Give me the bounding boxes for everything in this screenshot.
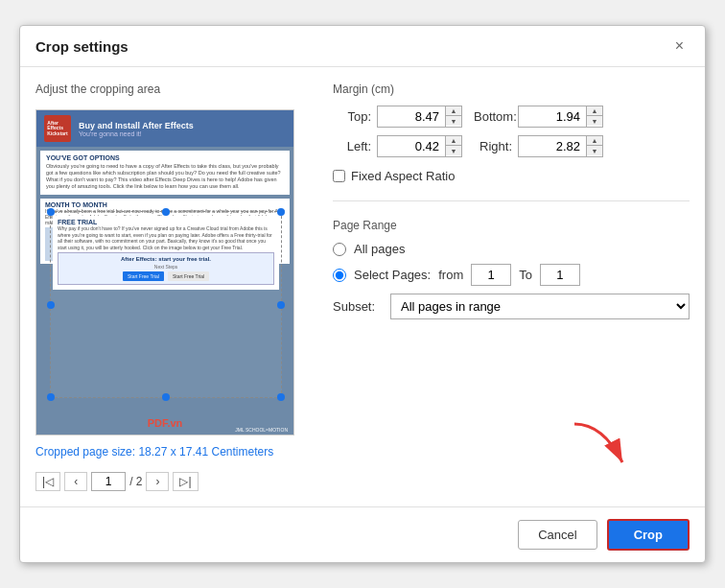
top-bottom-row: Top: ▲ ▼ Bottom:	[333, 106, 690, 128]
preview-subtitle: You're gonna need it!	[79, 130, 194, 137]
arrow-annotation	[555, 414, 642, 482]
free-trial-text: Why pay if you don't have to? If you've …	[58, 225, 274, 250]
top-label: Top:	[333, 109, 371, 124]
right-panel: Margin (cm) Top: ▲ ▼	[333, 82, 690, 491]
left-spinner: ▲ ▼	[377, 135, 462, 157]
crop-handle-br[interactable]	[277, 393, 285, 401]
crop-overlay[interactable]: FREE TRIAL Why pay if you don't have to?…	[50, 211, 282, 398]
close-button[interactable]: ×	[669, 35, 690, 57]
preview-options-text: Obviously you're going to need to have a…	[46, 163, 284, 191]
right-arrows: ▲ ▼	[586, 136, 602, 156]
to-text: To	[519, 268, 532, 282]
bottom-spinner: ▲ ▼	[518, 106, 603, 128]
page-range-title: Page Range	[333, 219, 690, 232]
top-spin-up[interactable]: ▲	[446, 106, 461, 116]
dialog-title: Crop settings	[35, 38, 129, 55]
adjust-cropping-label: Adjust the cropping area	[35, 82, 314, 96]
cropped-size: Cropped page size: 18.27 x 17.41 Centime…	[35, 445, 314, 459]
free-trial-app: After Effects: start your free trial.	[61, 256, 270, 262]
watermark: PDF.vn	[148, 417, 183, 429]
preview-logo: AfterEffectsKickstart	[44, 115, 71, 142]
month-title: MONTH TO MONTH	[45, 201, 285, 208]
right-spinner: ▲ ▼	[518, 135, 603, 157]
from-input[interactable]	[471, 264, 511, 286]
dialog-title-bar: Crop settings ×	[20, 26, 705, 67]
page-preview[interactable]: AfterEffectsKickstart Buy and Install Af…	[35, 109, 294, 435]
from-text: from	[438, 268, 463, 282]
top-spin-down[interactable]: ▼	[446, 116, 461, 126]
to-input[interactable]	[540, 264, 580, 286]
pagination: |◁ ‹ / 2 › ▷|	[35, 472, 314, 491]
fixed-aspect-ratio-label: Fixed Aspect Ratio	[351, 169, 455, 183]
bottom-spin-up[interactable]: ▲	[587, 106, 602, 116]
preview-options-header: YOU'VE GOT OPTIONS	[46, 154, 284, 161]
right-spin-down[interactable]: ▼	[587, 146, 602, 155]
all-pages-label: All pages	[354, 242, 405, 256]
fixed-aspect-ratio-row: Fixed Aspect Ratio	[333, 169, 690, 183]
top-input[interactable]	[378, 106, 445, 127]
preview-options-section: YOU'VE GOT OPTIONS Obviously you're goin…	[40, 151, 290, 195]
fixed-aspect-ratio-checkbox[interactable]	[333, 170, 345, 182]
dialog-body: Adjust the cropping area AfterEffectsKic…	[20, 67, 705, 506]
preview-title: Buy and Install After Effects	[79, 121, 194, 130]
crop-handle-bm[interactable]	[162, 393, 170, 401]
dialog-footer: Cancel Crop	[20, 506, 705, 562]
bottom-label: Bottom:	[474, 109, 512, 124]
left-label: Left:	[333, 139, 371, 153]
free-trial-buttons: Start Free Trial Start Free Trial	[61, 271, 270, 281]
select-pages-label: Select Pages:	[354, 268, 431, 282]
crop-handle-ml[interactable]	[47, 301, 55, 309]
top-field: Top: ▲ ▼	[333, 106, 462, 128]
bottom-arrows: ▲ ▼	[586, 106, 602, 127]
divider	[333, 200, 690, 201]
crop-handle-tm[interactable]	[162, 208, 170, 216]
bottom-field: Bottom: ▲ ▼	[474, 106, 603, 128]
crop-handle-tl[interactable]	[47, 208, 55, 216]
left-panel: Adjust the cropping area AfterEffectsKic…	[35, 82, 314, 491]
margins-title: Margin (cm)	[333, 82, 690, 96]
subset-row: Subset: All pages in range Even pages on…	[333, 294, 690, 319]
preview-header: AfterEffectsKickstart Buy and Install Af…	[36, 110, 293, 147]
right-panel-content: Margin (cm) Top: ▲ ▼	[333, 82, 690, 491]
left-spin-up[interactable]: ▲	[446, 136, 461, 146]
free-trial-btn2: Start Free Trial	[168, 271, 209, 281]
first-page-button[interactable]: |◁	[35, 472, 60, 491]
crop-button[interactable]: Crop	[607, 519, 690, 551]
bottom-input[interactable]	[519, 106, 586, 127]
school-logo: JML SCHOOL=MOTION	[235, 427, 288, 433]
left-arrows: ▲ ▼	[445, 136, 461, 156]
top-arrows: ▲ ▼	[445, 106, 461, 127]
right-input[interactable]	[519, 136, 586, 156]
cancel-button[interactable]: Cancel	[518, 520, 596, 550]
prev-page-button[interactable]: ‹	[64, 472, 87, 491]
crop-handle-mr[interactable]	[277, 301, 285, 309]
crop-settings-dialog: Crop settings × Adjust the cropping area…	[19, 25, 706, 563]
crop-handle-bl[interactable]	[47, 393, 55, 401]
select-pages-radio[interactable]	[333, 269, 346, 282]
crop-handle-tr[interactable]	[277, 208, 285, 216]
free-trial-btn1: Start Free Trial	[123, 271, 164, 281]
left-right-row: Left: ▲ ▼ Right:	[333, 135, 690, 157]
left-input[interactable]	[378, 136, 445, 156]
page-range-section: Page Range All pages Select Pages: from …	[333, 219, 690, 319]
margins-section: Margin (cm) Top: ▲ ▼	[333, 82, 690, 183]
right-spin-up[interactable]: ▲	[587, 136, 602, 146]
next-page-button[interactable]: ›	[146, 472, 169, 491]
subset-label: Subset:	[333, 299, 381, 314]
bottom-spin-down[interactable]: ▼	[587, 116, 602, 126]
left-field: Left: ▲ ▼	[333, 135, 462, 157]
top-spinner: ▲ ▼	[377, 106, 462, 128]
all-pages-radio[interactable]	[333, 243, 346, 256]
free-trial-section: FREE TRIAL Why pay if you don't have to?…	[53, 216, 279, 290]
right-label: Right:	[474, 139, 512, 153]
all-pages-row: All pages	[333, 242, 690, 256]
page-number-input[interactable]	[91, 472, 126, 491]
subset-select[interactable]: All pages in range Even pages only Odd p…	[390, 294, 690, 319]
last-page-button[interactable]: ▷|	[173, 472, 198, 491]
free-trial-box: After Effects: start your free trial. Ne…	[58, 252, 274, 285]
page-total: / 2	[129, 475, 142, 488]
arrow-container	[333, 333, 690, 491]
right-field: Right: ▲ ▼	[474, 135, 603, 157]
left-spin-down[interactable]: ▼	[446, 146, 461, 155]
free-trial-title: FREE TRIAL	[58, 219, 274, 225]
